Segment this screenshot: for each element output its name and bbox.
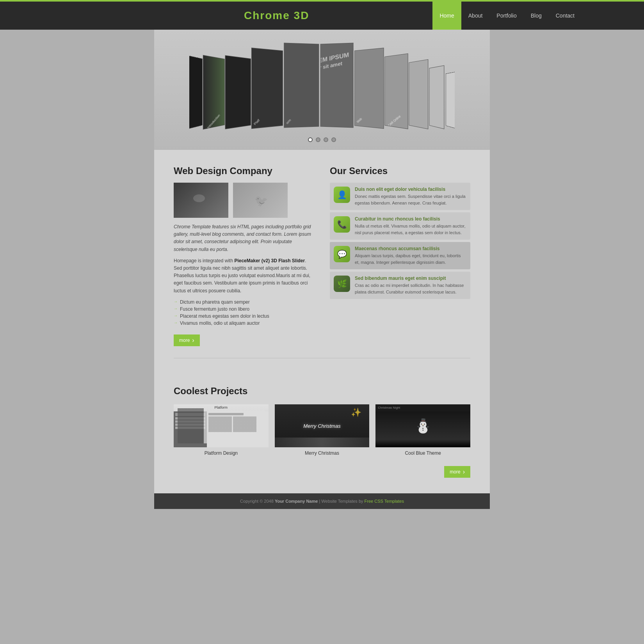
accordion-panel-4: Platf bbox=[251, 48, 283, 129]
accordion-panel-3 bbox=[225, 55, 251, 129]
logo: Chrome 3D bbox=[244, 9, 309, 22]
service-title-4: Sed bibendum mauris eget enim suscipit bbox=[355, 276, 466, 281]
service-desc-3: Aliquam lacus turpis, dapibus eget, tinc… bbox=[355, 253, 466, 265]
service-title-2: Curabitur in nunc rhoncus leo facilisis bbox=[355, 216, 466, 222]
project-label-coolblue: Cool Blue Theme bbox=[405, 450, 441, 456]
bullet-list: Dictum eu pharetra quam semper Fusce fer… bbox=[174, 299, 314, 327]
project-label-platform: Platform Design bbox=[205, 450, 238, 456]
service-item-1: 👤 Duis non elit eget dolor vehicula faci… bbox=[330, 183, 470, 210]
logo-text-chrome: Chrome bbox=[244, 9, 294, 21]
more-btn-right-wrap: more bbox=[174, 464, 470, 478]
panel-text-web: Web bbox=[356, 117, 363, 124]
body-para-1-italic: Chrome Template features six HTML pages … bbox=[174, 224, 311, 252]
dot-3[interactable] bbox=[324, 137, 328, 142]
slider-section: Introduction Platf orm LOREM IPSUMolor s… bbox=[154, 30, 490, 150]
slider-dots bbox=[154, 137, 490, 142]
two-column-layout: Web Design Company Chrome Template featu… bbox=[174, 165, 470, 346]
accordion-panel-7: Web bbox=[354, 48, 384, 129]
accordion-panel-11 bbox=[446, 71, 455, 129]
bullet-1: Dictum eu pharetra quam semper bbox=[174, 299, 314, 306]
main-content: Web Design Company Chrome Template featu… bbox=[154, 150, 490, 386]
accordion-panel-8: CAR Online bbox=[384, 53, 408, 129]
body-para-2-bold: PieceMaker (v2) 3D Flash Slider bbox=[234, 258, 305, 263]
slider-container: Introduction Platf orm LOREM IPSUMolor s… bbox=[189, 41, 455, 131]
project-card-christmas: ✨ Merry Christmas Merry Christmas bbox=[275, 404, 370, 456]
services-title: Our Services bbox=[330, 165, 470, 176]
service-icon-2: 📞 bbox=[334, 216, 350, 233]
projects-title: Coolest Projects bbox=[174, 386, 470, 397]
img-water bbox=[174, 183, 228, 218]
footer-template-text: Website Templates bbox=[321, 499, 358, 503]
nav-about[interactable]: About bbox=[461, 2, 490, 30]
service-icon-3: 💬 bbox=[334, 246, 350, 262]
more-button-projects[interactable]: more bbox=[444, 466, 470, 478]
nav-portfolio[interactable]: Portfolio bbox=[489, 2, 523, 30]
service-icon-4: 🌿 bbox=[334, 276, 350, 292]
image-row bbox=[174, 183, 314, 218]
panel-text-car: CAR Online bbox=[388, 114, 402, 127]
accordion-panel-9 bbox=[409, 59, 428, 130]
img-bird bbox=[233, 183, 288, 218]
christmas-text: Merry Christmas bbox=[303, 423, 340, 429]
accordion-panel-10 bbox=[429, 65, 445, 129]
projects-section: Coolest Projects Platform bbox=[154, 386, 490, 493]
accordion-panel-5: orm bbox=[284, 43, 319, 128]
bullet-4: Vivamus mollis, odio ut aliquam auctor bbox=[174, 320, 314, 327]
nav-home[interactable]: Home bbox=[432, 2, 461, 30]
dot-4[interactable] bbox=[331, 137, 336, 142]
bullet-2: Fusce fermentum justo non libero bbox=[174, 306, 314, 313]
service-desc-1: Donec mattis egestas sem. Suspendisse vi… bbox=[355, 193, 466, 206]
nav-contact[interactable]: Contact bbox=[549, 2, 582, 30]
service-text-1: Duis non elit eget dolor vehicula facili… bbox=[355, 187, 466, 206]
christmas-star-icon: ✨ bbox=[351, 407, 361, 418]
footer-provider-link[interactable]: Free CSS Templates bbox=[365, 499, 404, 503]
project-label-christmas: Merry Christmas bbox=[305, 450, 339, 456]
panel-text-intro: Introduction bbox=[206, 114, 221, 129]
service-title-3: Maecenas rhoncus accumsan facilisis bbox=[355, 246, 466, 251]
footer-sep2: by bbox=[359, 499, 365, 503]
service-item-2: 📞 Curabitur in nunc rhoncus leo facilisi… bbox=[330, 212, 470, 240]
accordion-panel-6: LOREM IPSUMolor sit amet bbox=[320, 43, 354, 128]
project-card-platform: Platform bbox=[174, 404, 269, 456]
accordion-panel-1 bbox=[189, 55, 203, 129]
bullet-3: Placerat metus egestas sem dolor in lect… bbox=[174, 313, 314, 320]
header: Chrome 3D Home About Portfolio Blog Cont… bbox=[0, 2, 644, 30]
dot-1[interactable] bbox=[308, 137, 313, 142]
body-para-2-pre: Homepage is integrated with bbox=[174, 258, 234, 263]
service-desc-2: Nulla ut metus elit. Vivamus mollis, odi… bbox=[355, 223, 466, 236]
service-desc-4: Cras ac odio ac mi imperdiet sollicitudi… bbox=[355, 282, 466, 295]
service-title-1: Duis non elit eget dolor vehicula facili… bbox=[355, 187, 466, 192]
accordion-wrap: Introduction Platf orm LOREM IPSUMolor s… bbox=[189, 41, 455, 127]
project-thumb-coolblue: Christmas Night ⛄ bbox=[375, 404, 470, 447]
logo-text-3d: 3D bbox=[294, 9, 310, 21]
service-item-3: 💬 Maecenas rhoncus accumsan facilisis Al… bbox=[330, 242, 470, 269]
nav-blog[interactable]: Blog bbox=[524, 2, 549, 30]
project-thumb-christmas: ✨ Merry Christmas bbox=[275, 404, 370, 447]
snowman-icon: ⛄ bbox=[415, 418, 432, 434]
project-thumb-platform: Platform bbox=[174, 404, 269, 447]
services-list: 👤 Duis non elit eget dolor vehicula faci… bbox=[330, 183, 470, 299]
platform-label: Platform bbox=[215, 406, 228, 409]
body-para-2: Homepage is integrated with PieceMaker (… bbox=[174, 257, 314, 295]
more-button-web[interactable]: more bbox=[174, 334, 200, 346]
service-text-2: Curabitur in nunc rhoncus leo facilisis … bbox=[355, 216, 466, 236]
page-wrapper: Introduction Platf orm LOREM IPSUMolor s… bbox=[154, 30, 490, 509]
slider-visual: Introduction Platf orm LOREM IPSUMolor s… bbox=[189, 41, 455, 131]
main-nav: Home About Portfolio Blog Contact bbox=[432, 2, 582, 30]
col-right: Our Services 👤 Duis non elit eget dolor … bbox=[330, 165, 470, 346]
panel-text-orm: orm bbox=[285, 118, 292, 125]
footer-copyright: Copyright © 2048 bbox=[240, 499, 275, 503]
accordion-panel-2: Introduction bbox=[203, 55, 225, 130]
lorem-ipsum-text: LOREM IPSUMolor sit amet bbox=[320, 51, 349, 74]
service-text-3: Maecenas rhoncus accumsan facilisis Aliq… bbox=[355, 246, 466, 265]
footer: Copyright © 2048 Your Company Name | Web… bbox=[154, 493, 490, 509]
web-design-title: Web Design Company bbox=[174, 165, 314, 176]
service-item-4: 🌿 Sed bibendum mauris eget enim suscipit… bbox=[330, 272, 470, 299]
dot-2[interactable] bbox=[316, 137, 320, 142]
body-para-1: Chrome Template features six HTML pages … bbox=[174, 223, 314, 253]
footer-company: Your Company Name bbox=[275, 499, 318, 503]
service-text-4: Sed bibendum mauris eget enim suscipit C… bbox=[355, 276, 466, 295]
panel-text-platf: Platf bbox=[253, 119, 260, 126]
section-divider bbox=[174, 358, 470, 358]
projects-grid: Platform bbox=[174, 404, 470, 456]
